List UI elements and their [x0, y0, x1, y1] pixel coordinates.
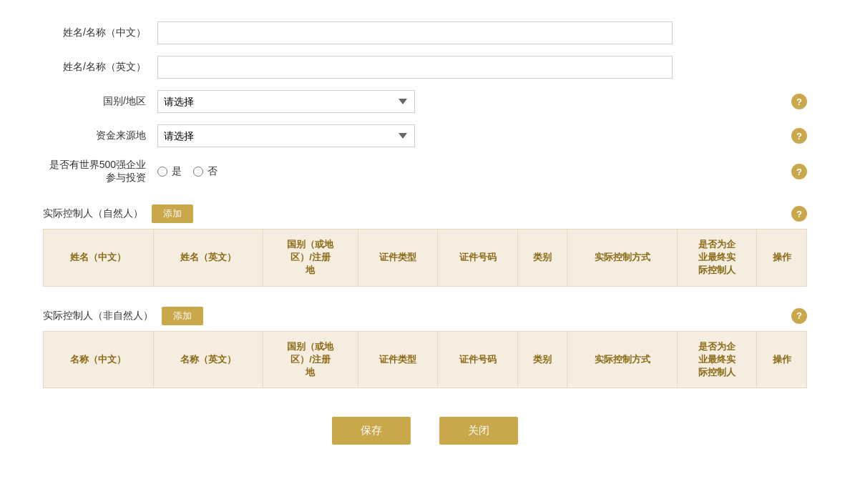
bottom-buttons: 保存 关闭 [43, 417, 807, 445]
form-section: 姓名/名称（中文） 姓名/名称（英文） 国别/地区 请选择 ? 资金来源地 请选… [43, 21, 807, 184]
name-cn-input[interactable] [157, 21, 673, 44]
name-en-label: 姓名/名称（英文） [43, 61, 157, 74]
fund-source-select[interactable]: 请选择 [157, 124, 415, 147]
nnp-col-cert-no: 证件号码 [438, 331, 518, 388]
close-button[interactable]: 关闭 [439, 417, 518, 445]
natural-person-help-icon[interactable]: ? [791, 206, 807, 222]
name-en-input[interactable] [157, 56, 673, 79]
nnp-col-country: 国别（或地区）/注册地 [263, 331, 358, 388]
fund-source-row: 资金来源地 请选择 ? [43, 124, 807, 147]
name-cn-row: 姓名/名称（中文） [43, 21, 807, 44]
non-natural-person-help-icon[interactable]: ? [791, 308, 807, 324]
radio-yes-input[interactable] [157, 167, 167, 177]
natural-person-section: 实际控制人（自然人） 添加 ? 姓名（中文） 姓名（英文） 国别（或地区）/注册… [43, 199, 807, 287]
natural-person-table-header-row: 姓名（中文） 姓名（英文） 国别（或地区）/注册地 证件类型 证件号码 类别 实… [44, 229, 807, 287]
nnp-col-ultimate-controller: 是否为企业最终实际控制人 [677, 331, 757, 388]
natural-person-header: 实际控制人（自然人） 添加 ? [43, 199, 807, 229]
np-col-name-cn: 姓名（中文） [44, 229, 154, 287]
nnp-table-header-row: 名称（中文） 名称（英文） 国别（或地区）/注册地 证件类型 证件号码 类别 实… [44, 331, 807, 388]
np-col-cert-no: 证件号码 [438, 229, 518, 287]
country-select[interactable]: 请选择 [157, 90, 415, 113]
nnp-col-operation: 操作 [757, 331, 807, 388]
non-natural-person-table: 名称（中文） 名称（英文） 国别（或地区）/注册地 证件类型 证件号码 类别 实… [43, 331, 807, 389]
save-button[interactable]: 保存 [332, 417, 411, 445]
name-en-row: 姓名/名称（英文） [43, 56, 807, 79]
non-natural-person-header: 实际控制人（非自然人） 添加 ? [43, 301, 807, 331]
nnp-col-control-method: 实际控制方式 [567, 331, 678, 388]
radio-no-item[interactable]: 否 [193, 165, 218, 178]
fortune500-help-icon[interactable]: ? [791, 164, 807, 179]
name-cn-label: 姓名/名称（中文） [43, 26, 157, 39]
np-col-control-method: 实际控制方式 [567, 229, 678, 287]
np-col-cert-type: 证件类型 [358, 229, 438, 287]
np-col-name-en: 姓名（英文） [153, 229, 263, 287]
country-row: 国别/地区 请选择 ? [43, 90, 807, 113]
nnp-col-category: 类别 [517, 331, 567, 388]
np-col-ultimate-controller: 是否为企业最终实际控制人 [677, 229, 757, 287]
non-natural-person-add-button[interactable]: 添加 [162, 307, 203, 325]
non-natural-person-title: 实际控制人（非自然人） [43, 310, 153, 322]
fortune500-radio-group: 是 否 [157, 165, 218, 178]
fortune500-row: 是否有世界500强企业参与投资 是 否 ? [43, 159, 807, 184]
natural-person-table: 姓名（中文） 姓名（英文） 国别（或地区）/注册地 证件类型 证件号码 类别 实… [43, 229, 807, 287]
fortune500-label: 是否有世界500强企业参与投资 [43, 159, 157, 184]
non-natural-person-section: 实际控制人（非自然人） 添加 ? 名称（中文） 名称（英文） 国别（或地区）/注… [43, 301, 807, 389]
np-col-country: 国别（或地区）/注册地 [263, 229, 358, 287]
page-container: 姓名/名称（中文） 姓名/名称（英文） 国别/地区 请选择 ? 资金来源地 请选… [0, 0, 850, 504]
radio-no-label: 否 [207, 165, 218, 178]
fund-source-help-icon[interactable]: ? [791, 128, 807, 144]
np-col-category: 类别 [517, 229, 567, 287]
country-label: 国别/地区 [43, 95, 157, 108]
natural-person-title: 实际控制人（自然人） [43, 207, 143, 220]
nnp-col-name-en: 名称（英文） [153, 331, 263, 388]
nnp-col-cert-type: 证件类型 [358, 331, 438, 388]
natural-person-add-button[interactable]: 添加 [152, 204, 193, 223]
radio-yes-item[interactable]: 是 [157, 165, 182, 178]
country-help-icon[interactable]: ? [791, 94, 807, 109]
np-col-operation: 操作 [757, 229, 807, 287]
nnp-col-name-cn: 名称（中文） [44, 331, 154, 388]
radio-no-input[interactable] [193, 167, 203, 177]
radio-yes-label: 是 [172, 165, 182, 178]
fund-source-label: 资金来源地 [43, 129, 157, 142]
